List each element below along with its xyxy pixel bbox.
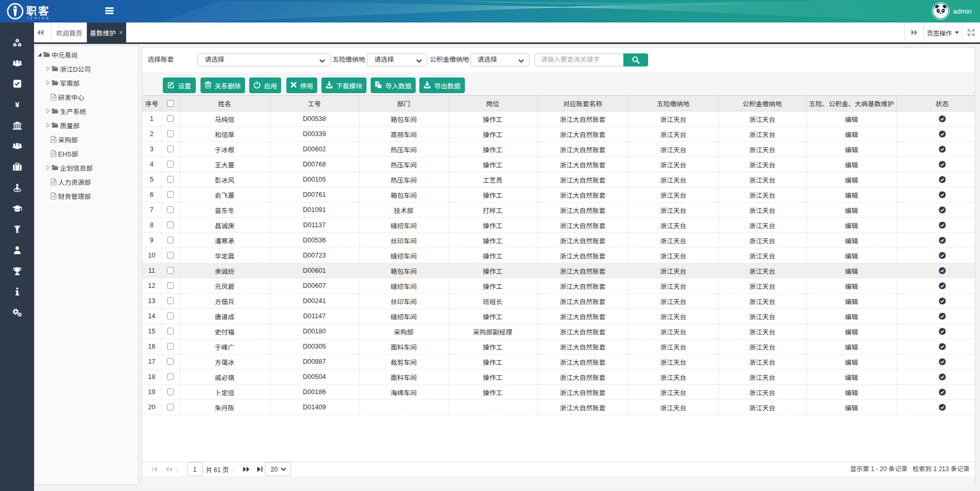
svg-text:¥: ¥: [15, 101, 19, 109]
